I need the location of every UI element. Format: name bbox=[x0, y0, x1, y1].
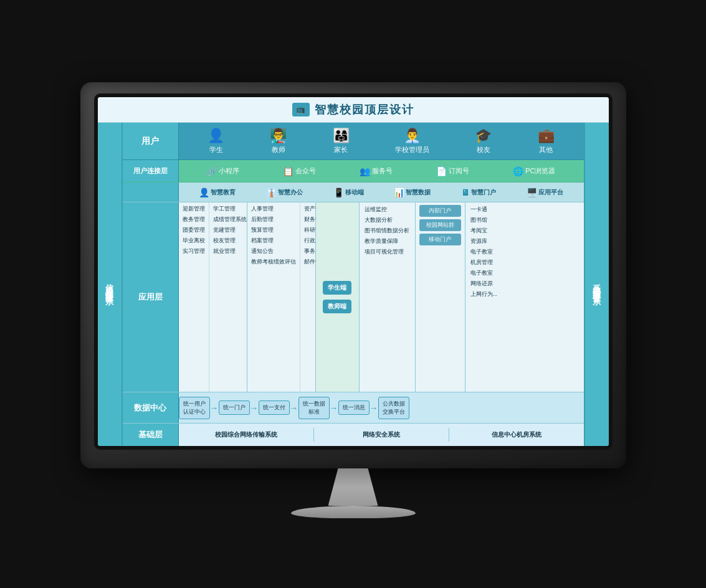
item-e-classroom2: 电子教室 bbox=[469, 268, 508, 278]
data-label: 智慧数据 bbox=[406, 188, 431, 197]
datacenter-row: 数据中心 统一用户认证中心 → 统一门户 → 统一支付 → 统一数据标准 → bbox=[123, 392, 584, 424]
monitor-outer: 📺 智慧校园顶层设计 信息安全保障体系 用户 bbox=[80, 82, 626, 468]
data-icon: 📊 bbox=[394, 187, 404, 197]
miniapp-label: 小程序 bbox=[219, 166, 239, 176]
monitor-stand-base bbox=[291, 506, 416, 518]
connection-row: 用户连接层 🔗 小程序 📋 会众号 bbox=[123, 160, 584, 183]
center-content: 用户 👤 学生 👨‍🏫 教师 bbox=[123, 123, 584, 446]
dc-auth: 统一用户认证中心 bbox=[179, 397, 210, 419]
item-quality: 教学质量保障 bbox=[363, 237, 411, 246]
dc-arrow3: → bbox=[290, 403, 298, 413]
other-icon: 💼 bbox=[538, 128, 555, 144]
base-network: 校园综合网络传输系统 bbox=[179, 428, 314, 442]
module-platform: 🖥️ 应用平台 bbox=[527, 187, 563, 197]
conn-miniapp: 🔗 小程序 bbox=[206, 166, 239, 176]
service-icon: 👥 bbox=[360, 166, 370, 176]
item-internet: 上网行为... bbox=[469, 290, 508, 299]
page-title: 智慧校园顶层设计 bbox=[315, 102, 414, 117]
connection-label: 用户连接层 bbox=[123, 160, 179, 182]
official-label: 会众号 bbox=[295, 166, 316, 176]
data-col: 运维监控 大数据分析 图书馆情数据分析 教学质量保障 项目可视化管理 bbox=[360, 202, 416, 392]
dc-arrow5: → bbox=[370, 403, 378, 413]
user-admin: 👨‍💼 学校管理员 bbox=[395, 128, 429, 154]
office-label: 智慧办公 bbox=[278, 188, 303, 197]
student-teacher-col: 学生端 教师端 bbox=[316, 202, 360, 392]
item-archive: 档案管理 bbox=[250, 236, 297, 245]
module-mobile: 📱 移动端 bbox=[333, 187, 364, 197]
item-employment: 就业管理 bbox=[212, 247, 248, 256]
item-notice: 通知公告 bbox=[250, 247, 297, 256]
modules-list: 👤 智慧教育 👔 智慧办公 📱 移动端 bbox=[179, 185, 584, 200]
datacenter-label: 数据中心 bbox=[123, 392, 179, 423]
teacher-label: 教师 bbox=[272, 145, 285, 154]
portal-campus-web: 校园网站群 bbox=[419, 219, 461, 231]
subscribe-icon: 📄 bbox=[436, 166, 447, 176]
dc-arrow4: → bbox=[330, 403, 338, 413]
users-list: 👤 学生 👨‍🏫 教师 👨‍👩‍👧 bbox=[179, 123, 584, 159]
dc-portal: 统一门户 bbox=[219, 401, 250, 415]
browser-icon: 🌐 bbox=[513, 166, 523, 176]
base-items: 校园综合网络传输系统 网络安全系统 信息中心机房系统 bbox=[179, 424, 584, 446]
item-league: 团委管理 bbox=[181, 225, 206, 235]
portal-col: 内部门户 校园网站群 移动门户 bbox=[416, 202, 465, 392]
item-ops-monitor: 运维监控 bbox=[363, 205, 411, 214]
modules-spacer bbox=[123, 183, 179, 202]
base-label: 基础层 bbox=[123, 424, 179, 446]
dc-arrow2: → bbox=[250, 403, 259, 413]
teacher-end: 教师端 bbox=[323, 300, 351, 313]
item-alumni: 校友管理 bbox=[212, 236, 248, 245]
base-datacenter: 信息中心机房系统 bbox=[449, 428, 584, 442]
admin-label: 学校管理员 bbox=[395, 145, 429, 154]
item-hr: 人事管理 bbox=[250, 204, 297, 214]
alumni-label: 校友 bbox=[477, 145, 490, 154]
official-icon: 📋 bbox=[283, 166, 293, 176]
item-welcome: 迎新管理 bbox=[181, 204, 206, 214]
user-alumni: 🎓 校友 bbox=[475, 128, 492, 154]
col12-container: 迎新管理 教务管理 团委管理 毕业离校 实习管理 学工管理 bbox=[179, 202, 247, 392]
module-portal: 🖥 智慧门户 bbox=[461, 187, 496, 197]
app-col1: 迎新管理 教务管理 团委管理 毕业离校 实习管理 bbox=[179, 202, 209, 392]
item-party: 党建管理 bbox=[212, 225, 248, 235]
dc-arrow1: → bbox=[210, 403, 219, 413]
monitor-wrapper: 📺 智慧校园顶层设计 信息安全保障体系 用户 bbox=[80, 82, 626, 518]
alumni-icon: 🎓 bbox=[475, 128, 492, 144]
teacher-icon: 👨‍🏫 bbox=[270, 128, 287, 144]
datacenter-items: 统一用户认证中心 → 统一门户 → 统一支付 → 统一数据标准 → 统一消息 bbox=[179, 392, 584, 423]
mobile-icon: 📱 bbox=[333, 187, 344, 197]
mobile-label: 移动端 bbox=[345, 188, 364, 197]
item-big-data: 大数据分析 bbox=[363, 216, 411, 225]
dc-message: 统一消息 bbox=[338, 401, 370, 415]
users-row: 用户 👤 学生 👨‍🏫 教师 bbox=[123, 123, 584, 160]
item-e-classroom: 电子教室 bbox=[469, 247, 508, 257]
item-academic: 教务管理 bbox=[181, 215, 206, 224]
users-label: 用户 bbox=[123, 123, 179, 159]
parent-icon: 👨‍👩‍👧 bbox=[333, 128, 350, 144]
dc-exchange: 公共数据交换平台 bbox=[378, 397, 409, 419]
user-parent: 👨‍👩‍👧 家长 bbox=[333, 128, 350, 154]
conn-subscribe: 📄 订阅号 bbox=[436, 166, 469, 176]
platform-col: 一卡通 图书馆 考阅宝 资源库 电子教室 机房管理 电子教室 网络还原 上网行为 bbox=[465, 202, 512, 392]
modules-row: 👤 智慧教育 👔 智慧办公 📱 移动端 bbox=[123, 183, 584, 202]
item-exam: 考阅宝 bbox=[469, 226, 508, 235]
item-net-restore: 网络还原 bbox=[469, 279, 508, 288]
app-col3: 人事管理 后勤管理 预算管理 档案管理 通知公告 教师考核绩效评估 bbox=[247, 202, 300, 392]
col34-container: 人事管理 后勤管理 预算管理 档案管理 通知公告 教师考核绩效评估 bbox=[247, 202, 316, 392]
conn-service: 👥 服务号 bbox=[360, 166, 393, 176]
dc-pay: 统一支付 bbox=[259, 401, 290, 415]
portal-internal: 内部门户 bbox=[419, 205, 461, 217]
item-logistics: 后勤管理 bbox=[250, 215, 297, 224]
item-graduate: 毕业离校 bbox=[181, 236, 206, 245]
student-icon: 👤 bbox=[208, 128, 224, 144]
miniapp-icon: 🔗 bbox=[206, 166, 217, 176]
item-library-data: 图书馆情数据分析 bbox=[363, 226, 411, 235]
app-layer: 应用层 迎新管理 教务管理 团委管理 毕业离校 bbox=[123, 202, 584, 392]
title-icon: 📺 bbox=[292, 103, 310, 116]
browser-label: PC浏览器 bbox=[525, 166, 555, 176]
platform-label: 应用平台 bbox=[538, 188, 563, 197]
item-teacher-eval: 教师考核绩效评估 bbox=[250, 257, 297, 267]
right-sidebar: 系统运维服务体系 bbox=[584, 123, 609, 446]
other-label: 其他 bbox=[539, 145, 553, 154]
student-label: 学生 bbox=[209, 145, 223, 154]
item-student-work: 学工管理 bbox=[212, 204, 248, 214]
title-bar: 📺 智慧校园顶层设计 bbox=[98, 97, 609, 123]
